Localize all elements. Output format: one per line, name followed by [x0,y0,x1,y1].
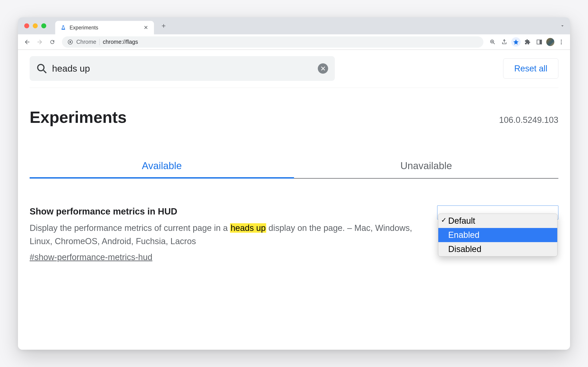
close-window-button[interactable] [24,23,29,28]
address-bar[interactable]: Chrome chrome://flags [62,36,483,48]
browser-tab-active[interactable]: Experiments ✕ [55,21,154,34]
flag-desc-pre: Display the performance metrics of curre… [30,223,230,233]
search-row: ✕ Reset all [30,56,558,88]
browser-toolbar: Chrome chrome://flags [18,34,570,50]
clear-search-icon[interactable]: ✕ [318,63,328,74]
forward-button[interactable] [35,37,45,47]
flag-anchor-link[interactable]: #show-performance-metrics-hud [30,252,152,262]
dropdown-option-enabled[interactable]: Enabled [438,228,557,242]
flag-state-select[interactable]: Default Enabled Disabled [437,206,558,219]
share-icon[interactable] [499,37,509,47]
header-row: Experiments 106.0.5249.103 [30,108,558,126]
svg-point-9 [561,41,562,42]
svg-line-3 [493,43,495,44]
close-tab-icon[interactable]: ✕ [143,25,149,31]
search-input[interactable] [52,63,313,74]
dropdown-option-default[interactable]: Default [438,214,557,228]
svg-line-12 [44,70,46,73]
svg-point-10 [561,43,562,44]
minimize-window-button[interactable] [33,23,38,28]
url-path: chrome://flags [103,39,478,45]
flag-title: Show performance metrics in HUD [30,206,424,217]
reset-all-button[interactable]: Reset all [503,58,558,79]
flags-search-box[interactable]: ✕ [30,56,335,81]
reload-button[interactable] [47,37,57,47]
flag-description: Display the performance metrics of curre… [30,221,424,248]
svg-point-1 [69,41,71,43]
tabs-row: Available Unavailable [30,153,558,179]
tab-overflow-button[interactable] [557,21,567,31]
svg-point-11 [38,65,44,71]
flag-text-block: Show performance metrics in HUD Display … [30,206,424,262]
tab-title: Experiments [70,25,140,31]
window-controls [24,23,46,28]
page-title: Experiments [30,108,127,126]
url-scheme: Chrome [76,39,96,45]
new-tab-button[interactable]: + [159,21,168,31]
svg-point-8 [561,40,562,41]
bookmark-star-icon[interactable] [511,37,521,47]
extensions-icon[interactable] [523,37,532,47]
maximize-window-button[interactable] [41,23,46,28]
tab-strip: Experiments ✕ + [18,17,570,34]
browser-window: Experiments ✕ + Chrome chrome://flags [18,17,570,350]
zoom-icon[interactable] [488,37,497,47]
url-divider [99,39,100,45]
search-icon [36,63,47,74]
page-content: ✕ Reset all Experiments 106.0.5249.103 A… [18,50,570,350]
profile-avatar[interactable] [546,38,554,46]
flag-entry-row: Show performance metrics in HUD Display … [30,206,558,262]
back-button[interactable] [22,37,32,47]
side-panel-icon[interactable] [535,37,544,47]
menu-icon[interactable] [556,37,566,47]
svg-rect-7 [540,40,541,44]
chrome-version: 106.0.5249.103 [499,115,558,125]
tab-unavailable[interactable]: Unavailable [294,153,558,178]
dropdown-menu: Default Enabled Disabled [438,214,557,257]
flag-desc-highlight: heads up [230,223,266,233]
dropdown-option-disabled[interactable]: Disabled [438,242,557,256]
tab-available[interactable]: Available [30,153,294,178]
toolbar-actions [488,37,566,47]
chrome-icon [67,39,73,45]
flask-icon [60,25,66,31]
